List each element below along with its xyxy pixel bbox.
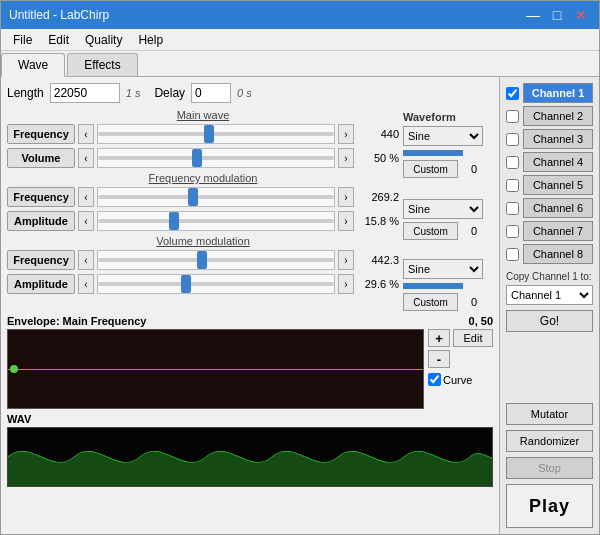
menu-file[interactable]: File — [5, 31, 40, 49]
mutator-button[interactable]: Mutator — [506, 403, 593, 425]
menu-help[interactable]: Help — [130, 31, 171, 49]
fm-freq-right[interactable]: › — [338, 187, 354, 207]
wav-canvas — [7, 427, 493, 487]
vm-freq-right[interactable]: › — [338, 250, 354, 270]
envelope-value: 0, 50 — [469, 315, 493, 327]
vm-freq-left[interactable]: ‹ — [78, 250, 94, 270]
left-panel: Length 1 s Delay 0 s Main wave Frequency… — [1, 77, 499, 534]
channel-4-button[interactable]: Channel 4 — [523, 152, 593, 172]
channel-6-checkbox[interactable] — [506, 202, 519, 215]
vm-custom-button[interactable]: Custom — [403, 293, 458, 311]
menu-edit[interactable]: Edit — [40, 31, 77, 49]
envelope-edit-button[interactable]: Edit — [453, 329, 493, 347]
envelope-top-btns: + Edit — [428, 329, 493, 347]
channel-7-row: Channel 7 — [506, 221, 593, 241]
vm-waveform-select[interactable]: Sine Square Triangle Sawtooth Noise — [403, 259, 483, 279]
fm-amplitude-slider[interactable] — [97, 211, 335, 231]
curve-checkbox[interactable] — [428, 373, 441, 386]
channel-5-button[interactable]: Channel 5 — [523, 175, 593, 195]
fm-freq-row: Frequency ‹ › 269.2 — [7, 187, 399, 207]
fm-freq-left[interactable]: ‹ — [78, 187, 94, 207]
main-wf-custom-row: Custom 0 — [403, 160, 493, 178]
channel-7-button[interactable]: Channel 7 — [523, 221, 593, 241]
length-delay-row: Length 1 s Delay 0 s — [7, 83, 493, 103]
go-button[interactable]: Go! — [506, 310, 593, 332]
frequency-slider[interactable] — [97, 124, 335, 144]
fm-frequency-slider[interactable] — [97, 187, 335, 207]
freq-right-arrow[interactable]: › — [338, 124, 354, 144]
close-button[interactable]: ✕ — [571, 5, 591, 25]
vm-amplitude-button[interactable]: Amplitude — [7, 274, 75, 294]
vm-freq-row: Frequency ‹ › 442.3 — [7, 250, 399, 270]
vm-amp-left[interactable]: ‹ — [78, 274, 94, 294]
fm-amplitude-button[interactable]: Amplitude — [7, 211, 75, 231]
length-input[interactable] — [50, 83, 120, 103]
volume-slider[interactable] — [97, 148, 335, 168]
channel-3-button[interactable]: Channel 3 — [523, 129, 593, 149]
vol-mod-label: Volume modulation — [7, 235, 399, 247]
fm-wf-custom-row: Custom 0 — [403, 222, 493, 240]
maximize-button[interactable]: □ — [547, 5, 567, 25]
channel-2-row: Channel 2 — [506, 106, 593, 126]
vm-amp-value: 29.6 % — [357, 278, 399, 290]
curve-checkbox-row: Curve — [428, 373, 493, 386]
channel-8-button[interactable]: Channel 8 — [523, 244, 593, 264]
main-freq-row: Frequency ‹ › 440 — [7, 124, 399, 144]
vol-left-arrow[interactable]: ‹ — [78, 148, 94, 168]
wav-section: WAV — [7, 413, 493, 487]
envelope-header-row: Envelope: Main Frequency 0, 50 — [7, 315, 493, 327]
fm-frequency-button[interactable]: Frequency — [7, 187, 75, 207]
length-label: Length — [7, 86, 44, 100]
channel-2-button[interactable]: Channel 2 — [523, 106, 593, 126]
channel-4-checkbox[interactable] — [506, 156, 519, 169]
sliders-waveform-container: Main wave Frequency ‹ › 440 — [7, 109, 493, 311]
tab-wave[interactable]: Wave — [1, 53, 65, 77]
waveform-column: Waveform Sine Square Triangle Sawtooth N… — [403, 109, 493, 311]
volume-button[interactable]: Volume — [7, 148, 75, 168]
menu-quality[interactable]: Quality — [77, 31, 130, 49]
vol-right-arrow[interactable]: › — [338, 148, 354, 168]
vm-frequency-button[interactable]: Frequency — [7, 250, 75, 270]
delay-input[interactable] — [191, 83, 231, 103]
main-wave-label: Main wave — [7, 109, 399, 121]
envelope-plus-button[interactable]: + — [428, 329, 450, 347]
channel-3-checkbox[interactable] — [506, 133, 519, 146]
channel-1-button[interactable]: Channel 1 — [523, 83, 593, 103]
channel-8-checkbox[interactable] — [506, 248, 519, 261]
right-panel: Channel 1 Channel 2 Channel 3 Channel 4 … — [499, 77, 599, 534]
waveform-header: Waveform — [403, 111, 493, 123]
envelope-dot — [10, 365, 18, 373]
channel-7-checkbox[interactable] — [506, 225, 519, 238]
vm-frequency-slider[interactable] — [97, 250, 335, 270]
main-waveform-select[interactable]: Sine Square Triangle Sawtooth Noise — [403, 126, 483, 146]
main-custom-button[interactable]: Custom — [403, 160, 458, 178]
vm-amp-right[interactable]: › — [338, 274, 354, 294]
frequency-button[interactable]: Frequency — [7, 124, 75, 144]
channel-6-button[interactable]: Channel 6 — [523, 198, 593, 218]
menu-bar: File Edit Quality Help — [1, 29, 599, 51]
channel-5-checkbox[interactable] — [506, 179, 519, 192]
fm-amp-right[interactable]: › — [338, 211, 354, 231]
fm-amp-left[interactable]: ‹ — [78, 211, 94, 231]
vm-amplitude-slider[interactable] — [97, 274, 335, 294]
vm-amp-row: Amplitude ‹ › 29.6 % — [7, 274, 399, 294]
play-button[interactable]: Play — [506, 484, 593, 528]
fm-waveform-select[interactable]: Sine Square Triangle Sawtooth Noise — [403, 199, 483, 219]
window-controls: — □ ✕ — [523, 5, 591, 25]
randomizer-button[interactable]: Randomizer — [506, 430, 593, 452]
freq-mod-label: Frequency modulation — [7, 172, 399, 184]
tab-effects[interactable]: Effects — [67, 53, 137, 76]
minimize-button[interactable]: — — [523, 5, 543, 25]
fm-custom-button[interactable]: Custom — [403, 222, 458, 240]
copy-channel-select[interactable]: Channel 1 Channel 2 Channel 3 Channel 4 … — [506, 285, 593, 305]
stop-button[interactable]: Stop — [506, 457, 593, 479]
fm-custom-val: 0 — [461, 225, 477, 237]
vm-wf-custom-row: Custom 0 — [403, 293, 493, 311]
envelope-canvas[interactable] — [7, 329, 424, 409]
copy-channel-label: Copy Channel 1 to: — [506, 271, 593, 282]
channel-2-checkbox[interactable] — [506, 110, 519, 123]
channel-1-checkbox[interactable] — [506, 87, 519, 100]
wav-label: WAV — [7, 413, 493, 425]
freq-left-arrow[interactable]: ‹ — [78, 124, 94, 144]
envelope-minus-button[interactable]: - — [428, 350, 450, 368]
